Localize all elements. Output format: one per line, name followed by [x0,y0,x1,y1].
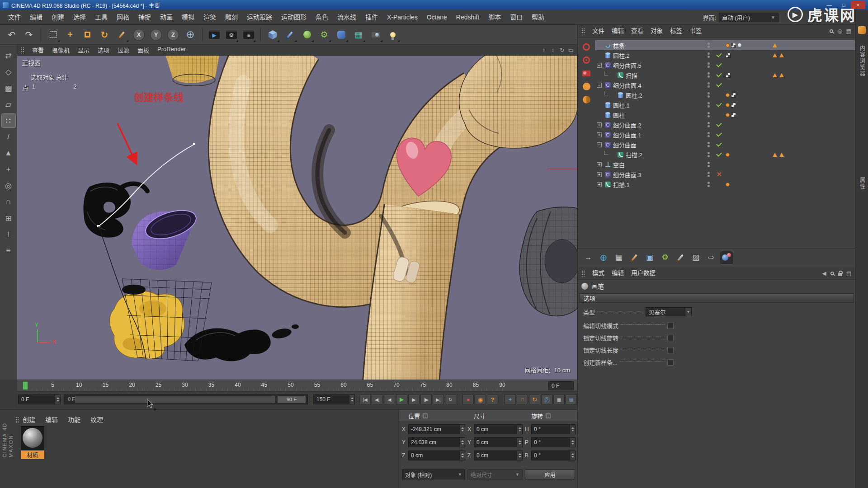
viewport-menu-item-1[interactable]: 摄像机 [48,46,74,54]
view-label[interactable]: 正视图 [22,58,41,67]
object-row[interactable]: 圆柱.1 [595,100,856,110]
record-keyframe-button[interactable]: ● [462,394,474,404]
spinner-icon[interactable] [517,451,522,460]
panel-grip[interactable] [581,28,585,34]
enable-toggle-icon[interactable] [716,82,722,88]
panel-tab-icon[interactable] [858,26,866,34]
expand-toggle-icon[interactable]: + [597,132,602,137]
visibility-dots-icon[interactable] [708,92,710,98]
model-mode-icon[interactable]: ◇ [1,65,16,79]
visibility-dots-icon[interactable] [708,152,710,157]
object-row[interactable]: 圆柱.2 [595,50,856,60]
arrow-icon[interactable]: ⇨ [704,251,718,264]
menubar-item-12[interactable]: 运动图形 [277,10,311,24]
menubar-item-13[interactable]: 角色 [311,10,333,24]
object-row[interactable]: +细分曲面.1 [595,130,856,140]
range-bar[interactable] [75,396,275,403]
enable-toggle-icon[interactable] [716,112,722,118]
checker-tag-icon[interactable] [726,73,731,78]
environment-icon[interactable]: ▦ [350,26,367,43]
spline-tool-icon[interactable] [581,42,591,52]
record-pla-toggle[interactable]: ▦ [553,394,565,404]
menubar-item-1[interactable]: 编辑 [25,10,47,24]
pan-view-icon[interactable]: + [540,47,547,53]
dot-tag-icon[interactable] [726,93,730,97]
search-icon[interactable] [830,29,833,33]
panel-grip[interactable] [581,270,585,277]
object-row[interactable]: +扫描.1 [595,179,856,189]
object-row[interactable]: 样条 [595,40,856,50]
polygons-mode-icon[interactable]: ▲ [1,146,16,160]
dot-tag-icon[interactable] [726,43,730,47]
object-manager-menu-item-5[interactable]: 书签 [686,24,705,38]
timeline-ruler[interactable]: 051015202530354045505560657075808590 0 F [17,380,577,391]
play-button[interactable]: ▶ [396,394,407,404]
object-row[interactable]: 圆柱.2 [595,90,856,100]
enable-toggle-icon[interactable] [716,42,722,48]
enable-toggle-icon[interactable] [716,181,722,188]
viewport-menu-item-0[interactable]: 查看 [28,46,48,54]
object-row[interactable]: 圆柱 [595,110,856,120]
spline-pen-icon[interactable] [282,26,298,43]
menubar-item-21[interactable]: 帮助 [527,10,549,24]
spinner-icon[interactable] [459,425,465,434]
circle-tool-icon[interactable] [581,81,591,91]
menubar-item-0[interactable]: 文件 [4,10,25,24]
range-end-label[interactable]: 90 F [278,396,306,403]
visibility-dots-icon[interactable] [708,172,710,177]
checkbox[interactable] [667,359,674,366]
next-frame-button[interactable]: ▶ [408,394,420,404]
record-position-toggle[interactable]: + [505,394,516,404]
viewport-solo-icon[interactable]: ◎ [1,178,16,193]
tri-tag-icon[interactable] [773,53,777,57]
world-icon[interactable]: ⊕ [597,251,610,264]
material-menu-item-2[interactable]: 功能 [68,413,86,427]
object-row[interactable]: +空白 [595,160,856,169]
spinner-icon[interactable] [517,425,522,434]
total-frames-field[interactable]: 150 F [313,394,355,404]
object-row[interactable]: 扫描.2 [595,150,856,160]
expand-toggle-icon[interactable]: + [597,122,602,127]
visibility-dots-icon[interactable] [708,42,710,48]
visibility-dots-icon[interactable] [708,182,710,187]
redo-icon[interactable]: ↷ [21,26,37,43]
object-row[interactable]: −细分曲面.5 [595,60,856,70]
spinner-icon[interactable] [570,425,575,434]
options-section-header[interactable]: 选项 [580,293,854,303]
panel-menu-icon[interactable]: ▤ [846,28,851,34]
checkbox[interactable] [667,347,674,353]
sketch-tool-icon[interactable] [113,26,130,43]
render-settings-icon[interactable]: ≡ [241,26,257,43]
camera-tool-icon[interactable] [581,68,591,78]
attribute-menu-item-2[interactable]: 用户数据 [627,266,659,281]
coords-field[interactable]: 0 ° [531,450,576,460]
expand-toggle-icon[interactable]: − [597,83,602,88]
current-frame-marker[interactable] [23,381,28,390]
dot-tag-icon[interactable] [726,153,730,157]
filter-icon[interactable]: ◎ [837,28,842,34]
expand-toggle-icon[interactable]: − [597,63,602,68]
scale-tool-icon[interactable] [79,26,95,43]
record-parameter-toggle[interactable]: Ⓟ [541,394,552,404]
pen-icon[interactable] [627,251,641,264]
edges-mode-icon[interactable]: / [1,130,16,144]
hatch-icon[interactable]: ▨ [689,251,703,264]
material-menu-item-1[interactable]: 编辑 [45,413,63,427]
enable-toggle-icon[interactable] [716,161,722,168]
coords-field[interactable]: -248.321 cm [408,424,465,434]
menubar-item-5[interactable]: 网格 [112,10,134,24]
spinner-icon[interactable] [570,438,575,447]
snap-icon[interactable]: ∩ [1,195,16,209]
make-editable-icon[interactable]: ⇄ [1,48,16,63]
primitive-cube-icon[interactable] [264,26,281,43]
viewport-menu-item-6[interactable]: ProRender [153,46,190,54]
spinner-icon[interactable] [459,451,465,460]
material-menu-item-3[interactable]: 纹理 [90,413,108,427]
menubar-item-15[interactable]: 插件 [361,10,382,24]
current-frame-field[interactable]: 0 F [18,394,61,404]
spline-pen-tool-icon[interactable] [581,55,591,65]
move-tool-icon[interactable]: + [62,26,78,43]
enable-toggle-icon[interactable] [716,62,722,68]
enable-toggle-icon[interactable] [716,141,722,148]
attribute-menu-item-1[interactable]: 编辑 [608,266,627,281]
